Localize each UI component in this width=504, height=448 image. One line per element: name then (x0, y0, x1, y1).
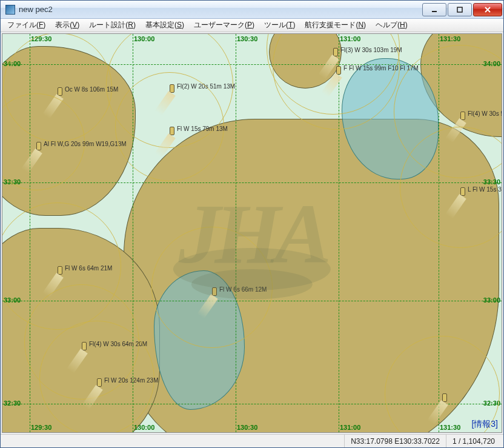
grid-label-lat: 32:30 (483, 400, 500, 407)
menu-view[interactable]: 表示(V) (51, 19, 84, 32)
grid-label-lat: 33:00 (483, 296, 500, 304)
gridline-lat (2, 404, 502, 404)
app-window: new pec2 ファイル(F) 表示(V) ルート設計(R) 基本設定(S) … (0, 0, 504, 448)
gridline-lon (236, 34, 236, 432)
grid-label-lat: 33:30 (4, 178, 21, 186)
gridline-lon (30, 34, 30, 432)
grid-label-lat: 33:30 (483, 178, 500, 186)
titlebar[interactable]: new pec2 (1, 1, 503, 19)
maximize-button[interactable] (448, 3, 472, 16)
grid-label-lon: 130:30 (237, 35, 257, 42)
svg-rect-1 (457, 7, 462, 12)
gridline-lon (439, 34, 439, 432)
menubar: ファイル(F) 表示(V) ルート設計(R) 基本設定(S) ユーザーマーク(P… (1, 19, 503, 32)
minimize-icon (431, 6, 438, 13)
gridline-lat (2, 301, 502, 301)
grid-label-lat: 34:00 (4, 60, 21, 67)
grid-label-lon: 130:00 (134, 424, 154, 431)
gridline-lat (2, 64, 502, 65)
status-scale: 1 / 1,104,720 (446, 435, 501, 447)
grid-label-lat: 32:30 (4, 400, 21, 407)
grid-label-lon: 129:30 (31, 35, 51, 42)
gridline-lon (339, 34, 339, 432)
grid-label-lon: 131:00 (340, 424, 360, 431)
menu-usermark[interactable]: ユーザーマーク(P) (190, 19, 259, 32)
gridline-lon (133, 34, 133, 432)
menu-basic[interactable]: 基本設定(S) (141, 19, 188, 32)
grid-label-lon: 130:00 (134, 35, 154, 42)
minimize-button[interactable] (422, 3, 446, 16)
menu-help[interactable]: ヘルプ(H) (371, 19, 412, 32)
grid-label-lat: 33:00 (4, 296, 21, 304)
grid-label-lon: 129:30 (31, 424, 51, 431)
close-icon (484, 6, 491, 13)
status-position: N33:17.0798 E130:33.7022 (344, 435, 446, 447)
gridline-lat (2, 182, 502, 183)
grid-label-lon: 131:30 (440, 424, 460, 431)
grid-label-lon: 131:00 (340, 35, 360, 42)
grid-label-lon: 131:30 (440, 35, 460, 42)
grid-label-lon: 130:30 (237, 424, 257, 431)
info-link[interactable]: [情報3] (471, 419, 498, 430)
menu-route[interactable]: ルート設計(R) (85, 19, 140, 32)
window-title: new pec2 (19, 5, 421, 14)
statusbar: N33:17.0798 E130:33.7022 1 / 1,104,720 (1, 434, 503, 447)
menu-file[interactable]: ファイル(F) (3, 19, 50, 32)
grid-label-lat: 34:00 (483, 60, 500, 67)
maximize-icon (456, 6, 463, 13)
close-button[interactable] (473, 3, 502, 16)
menu-nav[interactable]: 航行支援モード(N) (300, 19, 370, 32)
chart-canvas[interactable]: 129:30129:30130:00130:00130:30130:30131:… (2, 33, 502, 433)
app-icon (5, 5, 15, 15)
menu-tool[interactable]: ツール(T) (260, 19, 299, 32)
window-controls (421, 3, 502, 16)
